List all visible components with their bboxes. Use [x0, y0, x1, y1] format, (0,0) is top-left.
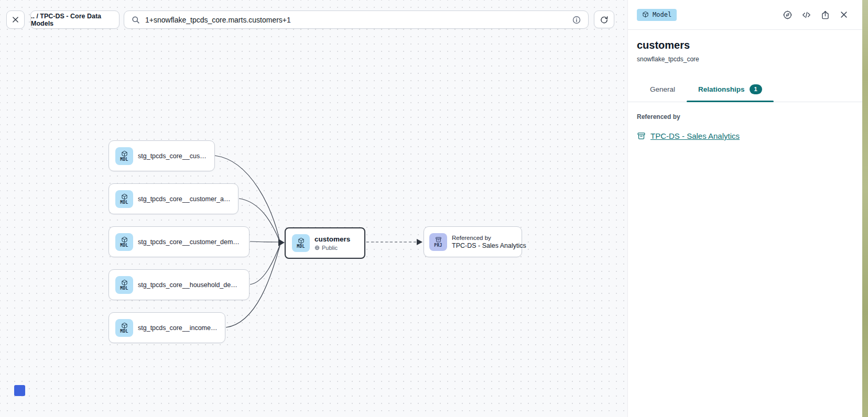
compass-icon: [783, 10, 793, 20]
node-caption: Referenced by: [452, 235, 526, 241]
node-label: customers: [314, 235, 350, 243]
tab-relationships-label: Relationships: [698, 85, 745, 93]
refresh-button[interactable]: [594, 10, 614, 28]
info-icon[interactable]: [572, 15, 581, 25]
view-code-button[interactable]: [800, 9, 812, 20]
cube-icon: [298, 237, 305, 244]
node-type-label: MDL: [120, 201, 128, 205]
close-icon: [839, 10, 849, 19]
node-label: TPC-DS - Sales Analytics: [452, 242, 526, 249]
detail-panel-header: Model: [628, 0, 862, 30]
schema-subtitle: snowflake_tpcds_core: [637, 56, 853, 63]
cube-icon: [642, 11, 649, 18]
cube-icon: [121, 236, 128, 243]
node-type-label: MDL: [297, 245, 305, 249]
referenced-by-heading: Referenced by: [637, 113, 853, 120]
node-type-label: MDL: [120, 330, 128, 334]
node-label: stg_tpcds_core__customer: [138, 152, 208, 160]
referencing-project-row[interactable]: TPC-DS - Sales Analytics: [637, 131, 853, 140]
edge-upstream-4: [250, 245, 280, 284]
lineage-edges: [0, 0, 627, 417]
node-stg-customer-demographics[interactable]: MDL stg_tpcds_core__customer_demogra...: [108, 226, 249, 257]
tab-general-label: General: [650, 85, 675, 93]
model-icon: MDL: [115, 276, 133, 294]
arrowhead-into-project: [417, 239, 422, 245]
focus-lineage-button[interactable]: [782, 9, 793, 20]
tab-relationships[interactable]: Relationships 1: [687, 77, 774, 102]
refresh-icon: [600, 15, 609, 24]
breadcrumb-label: .. / TPC-DS - Core Data Models: [31, 13, 119, 27]
node-label: stg_tpcds_core__household_demogr...: [138, 281, 243, 289]
arrowhead-into-focus: [278, 239, 285, 246]
model-icon: MDL: [115, 190, 133, 208]
node-type-label: PRJ: [434, 244, 442, 248]
model-type-badge-label: Model: [653, 11, 671, 18]
archive-icon: [637, 131, 646, 140]
node-label: stg_tpcds_core__customer_demogra...: [138, 238, 243, 246]
detail-tabs: General Relationships 1: [628, 77, 862, 102]
close-icon: [11, 15, 20, 24]
node-stg-customer[interactable]: MDL stg_tpcds_core__customer: [108, 140, 215, 171]
node-stg-customer-address[interactable]: MDL stg_tpcds_core__customer_address: [108, 183, 238, 214]
search-input[interactable]: [145, 16, 567, 24]
archive-icon: [435, 236, 442, 243]
cube-icon: [121, 193, 128, 200]
close-lineage-button[interactable]: [6, 10, 25, 29]
cube-icon: [121, 150, 128, 157]
node-label: stg_tpcds_core__customer_address: [138, 195, 232, 203]
node-type-label: MDL: [120, 244, 128, 248]
project-icon: PRJ: [429, 233, 447, 251]
relationships-count-badge: 1: [750, 84, 762, 94]
model-icon: MDL: [292, 234, 310, 252]
canvas-attribution-logo[interactable]: [14, 385, 25, 396]
node-label: stg_tpcds_core__income_band: [138, 324, 219, 332]
search-icon: [131, 15, 140, 24]
lineage-canvas[interactable]: .. / TPC-DS - Core Data Models MDL stg_t…: [0, 0, 627, 417]
node-referencing-project[interactable]: PRJ Referenced by TPC-DS - Sales Analyti…: [424, 226, 522, 257]
desktop-background-strip: [862, 0, 868, 417]
node-customers-selected[interactable]: MDL customers Public: [285, 227, 365, 259]
share-button[interactable]: [819, 9, 831, 20]
page-title: customers: [637, 39, 853, 51]
tab-general[interactable]: General: [638, 77, 687, 102]
share-icon: [820, 10, 830, 20]
node-stg-income-band[interactable]: MDL stg_tpcds_core__income_band: [108, 312, 225, 343]
cube-icon: [121, 322, 128, 329]
model-icon: MDL: [115, 319, 133, 337]
model-icon: MDL: [115, 147, 133, 165]
breadcrumb[interactable]: .. / TPC-DS - Core Data Models: [30, 10, 120, 29]
cube-icon: [121, 279, 128, 286]
model-type-badge: Model: [637, 9, 677, 21]
node-stg-household-demographics[interactable]: MDL stg_tpcds_core__household_demogr...: [108, 269, 249, 300]
node-type-label: MDL: [120, 158, 128, 162]
model-icon: MDL: [115, 233, 133, 251]
referencing-project-link[interactable]: TPC-DS - Sales Analytics: [650, 131, 740, 140]
code-icon: [801, 10, 811, 20]
lineage-search[interactable]: [124, 10, 589, 29]
globe-icon: [314, 245, 320, 250]
detail-panel: Model customers snowflake_tpcds_core Gen…: [627, 0, 862, 417]
close-panel-button[interactable]: [838, 9, 850, 20]
node-type-label: MDL: [120, 287, 128, 291]
edge-upstream-3: [250, 242, 279, 242]
access-label: Public: [322, 245, 338, 251]
